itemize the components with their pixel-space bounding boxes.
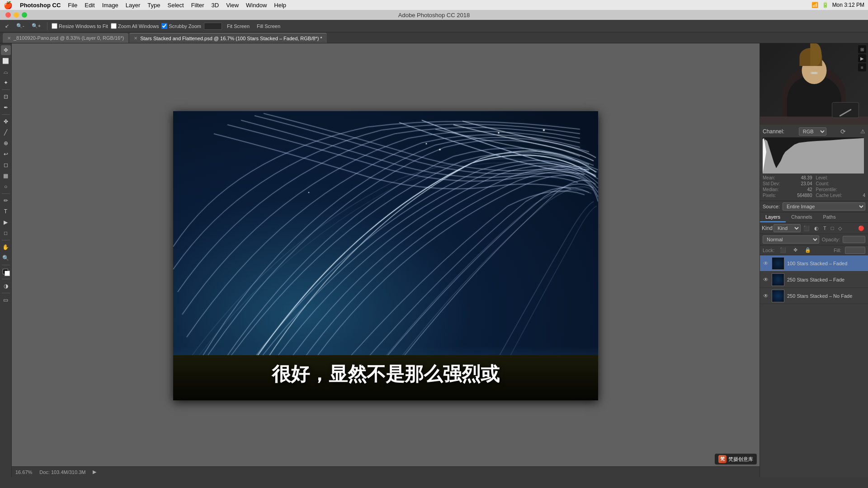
close-window-btn[interactable] [5, 12, 11, 18]
move-tool-options[interactable]: ↙ [3, 22, 11, 30]
eraser-tool[interactable]: ◻ [1, 160, 11, 170]
minimize-window-btn[interactable] [14, 12, 19, 18]
fill-screen-btn[interactable]: Fill Screen [255, 23, 283, 30]
fit-screen-btn[interactable]: Fit Screen [225, 23, 252, 30]
layer-thumb-1 [772, 257, 784, 270]
layer-vis-btn-1[interactable]: 👁 [763, 260, 769, 267]
gradient-tool[interactable]: ▦ [1, 171, 11, 181]
move-tool[interactable]: ✥ [1, 45, 11, 55]
eyedropper-tool[interactable]: ✒ [1, 103, 11, 113]
kind-select[interactable]: Kind Name Effect [774, 224, 801, 232]
maximize-window-btn[interactable] [22, 12, 27, 18]
histogram-warning[interactable]: ⚠ [860, 128, 865, 135]
quick-mask-tool[interactable]: ◑ [1, 281, 11, 291]
select-menu[interactable]: Select [167, 2, 184, 9]
marquee-tool[interactable]: ⬜ [1, 56, 11, 66]
tab-pano[interactable]: ✕ _8100920-Pano.psd @ 8.33% (Layer 0, RG… [3, 33, 128, 43]
channel-select[interactable]: RGB Red Green Blue [799, 127, 826, 136]
app-name-menu[interactable]: Photoshop CC [20, 2, 61, 9]
layer-vis-btn-3[interactable]: 👁 [763, 293, 769, 299]
shape-tool[interactable]: □ [1, 228, 11, 238]
type-menu[interactable]: Type [147, 2, 160, 9]
scrubby-zoom-label[interactable]: Scrubby Zoom [161, 23, 201, 29]
filter-shape-btn[interactable]: □ [829, 225, 836, 232]
path-select-tool[interactable]: ▶ [1, 217, 11, 227]
filter-smart-btn[interactable]: ◇ [836, 225, 844, 232]
edit-menu[interactable]: Edit [85, 2, 94, 9]
help-menu[interactable]: Help [274, 2, 286, 9]
tab-paths[interactable]: Paths [818, 212, 841, 222]
filter-adj-btn[interactable]: ◐ [812, 225, 821, 232]
layer-menu[interactable]: Layer [126, 2, 141, 9]
opacity-input[interactable] [843, 236, 865, 243]
lasso-tool[interactable]: ⌓ [1, 67, 11, 77]
histogram-canvas [763, 137, 864, 174]
zoom-in-btn[interactable]: 🔍+ [29, 22, 43, 30]
cache-stat: Cache Level: 4 [816, 193, 866, 198]
wand-tool[interactable]: ✦ [1, 78, 11, 88]
tab-pano-close[interactable]: ✕ [7, 36, 11, 41]
histogram-refresh-btn[interactable]: ⟳ [840, 128, 846, 135]
tab-stars[interactable]: ✕ Stars Stacked and Flattened.psd @ 16.7… [129, 33, 327, 43]
spot-heal-tool[interactable]: ✤ [1, 117, 11, 127]
canvas-image[interactable]: 很好，显然不是那么强烈或 [173, 111, 598, 400]
lock-pos-btn[interactable]: ✥ [792, 246, 799, 254]
window-menu[interactable]: Window [246, 2, 267, 9]
level-stat: Level: [816, 175, 866, 180]
right-panel: ⊞ ▶ ≡ Channel: RGB Red Green Blue ⟳ ⚠ [760, 43, 868, 477]
filter-enable-btn[interactable]: 🔴 [856, 225, 866, 232]
tool-sep-7 [2, 293, 10, 293]
filter-type-btn[interactable]: T [821, 225, 828, 232]
doc-size-arrow[interactable]: ▶ [93, 469, 96, 475]
apple-menu[interactable]: 🍎 [4, 1, 13, 9]
source-select[interactable]: Entire Image Selected Layer [783, 202, 865, 211]
blend-mode-select[interactable]: Normal Multiply Screen Overlay Lighten D… [763, 235, 819, 244]
dodge-tool[interactable]: ○ [1, 182, 11, 192]
tab-layers[interactable]: Layers [760, 212, 786, 222]
tab-stars-label: Stars Stacked and Flattened.psd @ 16.7% … [140, 36, 322, 41]
file-menu[interactable]: File [68, 2, 77, 9]
lock-pixels-btn[interactable]: ⬛ [778, 246, 788, 254]
menubar-right: 📶 🔋 Mon 3:12 PM [811, 2, 864, 8]
status-bar: 16.67% Doc: 103.4M/310.3M ▶ [12, 466, 760, 477]
3d-menu[interactable]: 3D [212, 2, 219, 9]
watermark: 梵 梵摄创意库 [715, 454, 757, 465]
scrubby-zoom-checkbox[interactable] [161, 23, 167, 29]
zoom-all-checkbox[interactable] [111, 23, 117, 29]
layer-item-2[interactable]: 👁 250 Stars Stacked – Fade [760, 272, 868, 288]
layer-name-3: 250 Stars Stacked – No Fade [787, 293, 865, 299]
fg-bg-colors[interactable] [1, 267, 11, 277]
filter-pixel-btn[interactable]: ⬛ [802, 225, 811, 232]
brush-tool[interactable]: ╱ [1, 127, 11, 137]
hand-tool[interactable]: ✋ [1, 242, 11, 252]
type-tool[interactable]: T [1, 206, 11, 216]
zoom-input[interactable]: 100% [204, 23, 222, 30]
layer-name-1: 100 Stars Stacked – Faded [787, 261, 865, 266]
layers-blend-row: Normal Multiply Screen Overlay Lighten D… [760, 234, 868, 245]
wifi-icon: 📶 [811, 2, 818, 8]
tab-channels[interactable]: Channels [786, 212, 817, 222]
tab-stars-close[interactable]: ✕ [134, 36, 137, 41]
layer-item-1[interactable]: 👁 100 Stars Stacked – Faded [760, 255, 868, 272]
zoom-tool[interactable]: 🔍 [1, 253, 11, 263]
zoom-out-btn[interactable]: 🔍- [14, 22, 27, 30]
image-menu[interactable]: Image [102, 2, 118, 9]
zoom-all-label[interactable]: Zoom All Windows [111, 23, 159, 29]
history-brush-tool[interactable]: ↩ [1, 149, 11, 159]
resize-windows-label[interactable]: Resize Windows to Fit [52, 23, 108, 29]
panel-play-btn[interactable]: ▶ [858, 54, 866, 62]
view-menu[interactable]: View [226, 2, 239, 9]
panel-expand-btn[interactable]: ⊞ [858, 45, 866, 53]
layer-vis-btn-2[interactable]: 👁 [763, 277, 769, 283]
screen-mode-btn[interactable]: ▭ [1, 295, 11, 305]
crop-tool[interactable]: ⊡ [1, 92, 11, 102]
opacity-label: Opacity: [822, 237, 840, 242]
lock-all-btn[interactable]: 🔒 [803, 246, 813, 254]
fill-input[interactable] [845, 247, 865, 254]
panel-menu-btn[interactable]: ≡ [858, 63, 866, 71]
filter-menu[interactable]: Filter [191, 2, 204, 9]
resize-windows-checkbox[interactable] [52, 23, 57, 29]
pen-tool[interactable]: ✏ [1, 196, 11, 206]
layer-item-3[interactable]: 👁 250 Stars Stacked – No Fade [760, 288, 868, 304]
clone-tool[interactable]: ⊕ [1, 138, 11, 148]
